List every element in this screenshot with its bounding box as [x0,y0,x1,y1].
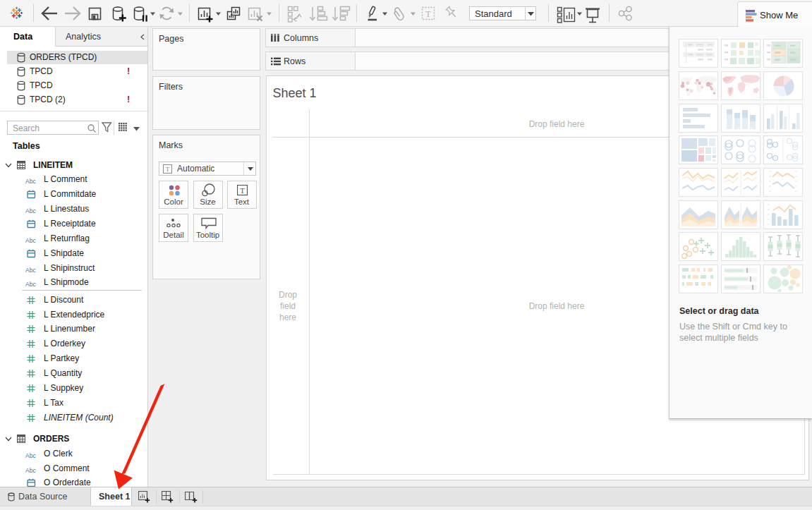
svg-text:T: T [425,9,431,19]
svg-text:T: T [166,166,170,173]
svg-text:Standard: Standard [475,8,512,19]
svg-text:T: T [240,186,245,195]
